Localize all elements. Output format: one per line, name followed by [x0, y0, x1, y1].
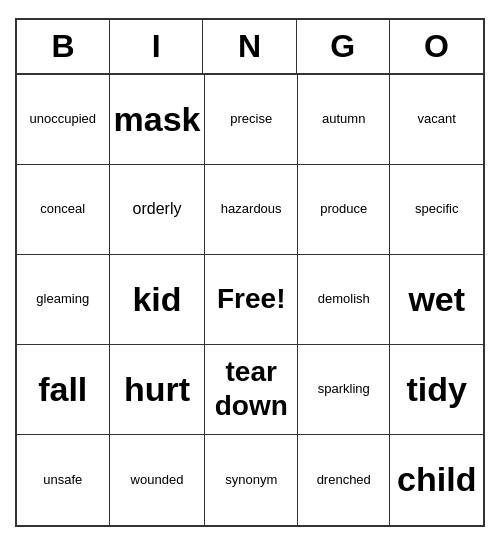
- bingo-cell: drenched: [298, 435, 391, 525]
- bingo-cell: synonym: [205, 435, 298, 525]
- header-letter: I: [110, 20, 203, 73]
- header-letter: O: [390, 20, 483, 73]
- cell-text: synonym: [225, 472, 277, 488]
- cell-text: produce: [320, 201, 367, 217]
- bingo-cell: produce: [298, 165, 391, 255]
- bingo-cell: demolish: [298, 255, 391, 345]
- bingo-cell: autumn: [298, 75, 391, 165]
- bingo-cell: hurt: [110, 345, 206, 435]
- bingo-cell: gleaming: [17, 255, 110, 345]
- bingo-cell: orderly: [110, 165, 206, 255]
- cell-text: wounded: [131, 472, 184, 488]
- bingo-cell: tidy: [390, 345, 483, 435]
- cell-text: drenched: [317, 472, 371, 488]
- bingo-cell: conceal: [17, 165, 110, 255]
- bingo-cell: child: [390, 435, 483, 525]
- cell-text: demolish: [318, 291, 370, 307]
- header-letter: N: [203, 20, 296, 73]
- bingo-cell: fall: [17, 345, 110, 435]
- cell-text: unsafe: [43, 472, 82, 488]
- bingo-cell: sparkling: [298, 345, 391, 435]
- bingo-grid: unoccupiedmaskpreciseautumnvacantconceal…: [17, 75, 483, 525]
- cell-text: orderly: [133, 199, 182, 218]
- bingo-cell: mask: [110, 75, 206, 165]
- cell-text: vacant: [418, 111, 456, 127]
- bingo-cell: unoccupied: [17, 75, 110, 165]
- cell-text: tidy: [407, 369, 467, 410]
- cell-text: Free!: [217, 282, 285, 316]
- cell-text: sparkling: [318, 381, 370, 397]
- header-letter: G: [297, 20, 390, 73]
- cell-text: hazardous: [221, 201, 282, 217]
- bingo-cell: tear down: [205, 345, 298, 435]
- cell-text: conceal: [40, 201, 85, 217]
- bingo-cell: vacant: [390, 75, 483, 165]
- cell-text: fall: [38, 369, 87, 410]
- cell-text: tear down: [215, 355, 288, 422]
- bingo-cell: wet: [390, 255, 483, 345]
- cell-text: precise: [230, 111, 272, 127]
- cell-text: gleaming: [36, 291, 89, 307]
- bingo-cell: kid: [110, 255, 206, 345]
- bingo-cell: wounded: [110, 435, 206, 525]
- cell-text: child: [397, 459, 476, 500]
- cell-text: autumn: [322, 111, 365, 127]
- bingo-cell: unsafe: [17, 435, 110, 525]
- bingo-card: BINGO unoccupiedmaskpreciseautumnvacantc…: [15, 18, 485, 527]
- bingo-header: BINGO: [17, 20, 483, 75]
- bingo-cell: Free!: [205, 255, 298, 345]
- cell-text: kid: [132, 279, 181, 320]
- bingo-cell: hazardous: [205, 165, 298, 255]
- cell-text: wet: [408, 279, 465, 320]
- header-letter: B: [17, 20, 110, 73]
- cell-text: mask: [114, 99, 201, 140]
- bingo-cell: precise: [205, 75, 298, 165]
- cell-text: hurt: [124, 369, 190, 410]
- cell-text: unoccupied: [30, 111, 97, 127]
- bingo-cell: specific: [390, 165, 483, 255]
- cell-text: specific: [415, 201, 458, 217]
